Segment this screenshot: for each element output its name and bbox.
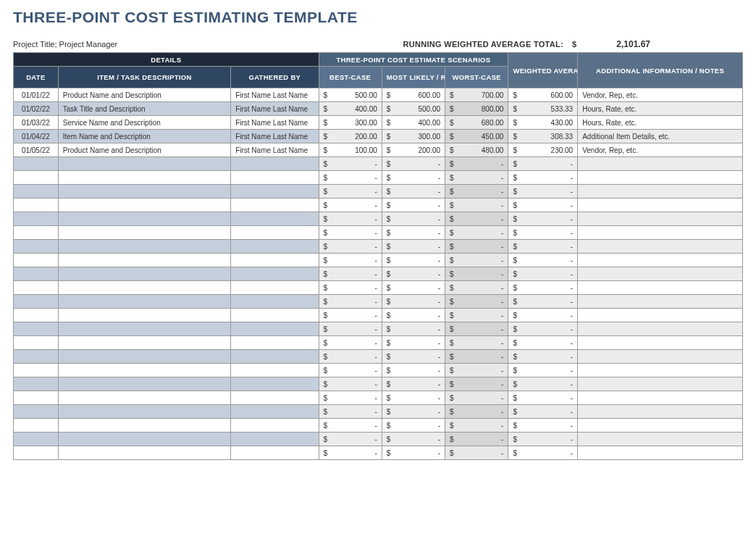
cell-likely[interactable]: 400.00 bbox=[382, 116, 445, 130]
cell-worst[interactable]: - bbox=[445, 419, 508, 433]
cell-notes[interactable] bbox=[578, 212, 743, 226]
cell-item[interactable] bbox=[58, 240, 230, 254]
cell-likely[interactable]: - bbox=[382, 322, 445, 336]
cell-item[interactable] bbox=[58, 419, 230, 433]
cell-gath[interactable] bbox=[231, 212, 319, 226]
cell-likely[interactable]: - bbox=[382, 336, 445, 350]
cell-worst[interactable]: - bbox=[445, 364, 508, 377]
cell-wavg[interactable]: - bbox=[508, 322, 578, 336]
cell-gath[interactable] bbox=[231, 254, 319, 267]
cell-likely[interactable]: - bbox=[382, 267, 445, 281]
cell-notes[interactable] bbox=[578, 377, 743, 391]
cell-gath[interactable] bbox=[231, 336, 319, 350]
cell-wavg[interactable]: - bbox=[508, 391, 578, 405]
cell-best[interactable]: - bbox=[319, 405, 382, 419]
cell-item[interactable] bbox=[58, 309, 230, 322]
cell-worst[interactable]: - bbox=[445, 254, 508, 267]
cell-item[interactable] bbox=[58, 295, 230, 309]
cell-notes[interactable] bbox=[578, 350, 743, 364]
cell-best[interactable]: - bbox=[319, 267, 382, 281]
cell-wavg[interactable]: 430.00 bbox=[508, 116, 578, 130]
cell-item[interactable]: Item Name and Description bbox=[58, 130, 230, 143]
cell-worst[interactable]: 450.00 bbox=[445, 130, 508, 143]
cell-gath[interactable]: First Name Last Name bbox=[231, 88, 319, 102]
cell-likely[interactable]: - bbox=[382, 199, 445, 212]
cell-worst[interactable]: 680.00 bbox=[445, 116, 508, 130]
cell-notes[interactable] bbox=[578, 157, 743, 171]
cell-date[interactable] bbox=[14, 281, 59, 295]
cell-date[interactable] bbox=[14, 199, 59, 212]
cell-date[interactable] bbox=[14, 185, 59, 199]
cell-notes[interactable] bbox=[578, 309, 743, 322]
cell-wavg[interactable]: - bbox=[508, 295, 578, 309]
cell-notes[interactable] bbox=[578, 295, 743, 309]
cell-worst[interactable]: 480.00 bbox=[445, 143, 508, 157]
cell-date[interactable] bbox=[14, 157, 59, 171]
cell-wavg[interactable]: - bbox=[508, 157, 578, 171]
cell-item[interactable] bbox=[58, 267, 230, 281]
cell-gath[interactable] bbox=[231, 377, 319, 391]
cell-best[interactable]: - bbox=[319, 199, 382, 212]
cell-worst[interactable]: - bbox=[445, 185, 508, 199]
cell-best[interactable]: - bbox=[319, 295, 382, 309]
cell-notes[interactable] bbox=[578, 185, 743, 199]
cell-wavg[interactable]: - bbox=[508, 419, 578, 433]
cell-notes[interactable] bbox=[578, 433, 743, 446]
cell-likely[interactable]: - bbox=[382, 433, 445, 446]
cell-date[interactable]: 01/03/22 bbox=[14, 116, 59, 130]
cell-item[interactable] bbox=[58, 364, 230, 377]
cell-notes[interactable] bbox=[578, 226, 743, 240]
cell-gath[interactable] bbox=[231, 295, 319, 309]
cell-worst[interactable]: - bbox=[445, 391, 508, 405]
cell-item[interactable] bbox=[58, 405, 230, 419]
cell-best[interactable]: - bbox=[319, 322, 382, 336]
cell-best[interactable]: - bbox=[319, 433, 382, 446]
cell-notes[interactable] bbox=[578, 171, 743, 185]
cell-date[interactable] bbox=[14, 322, 59, 336]
cell-gath[interactable] bbox=[231, 157, 319, 171]
cell-notes[interactable]: Vendor, Rep, etc. bbox=[578, 143, 743, 157]
cell-gath[interactable] bbox=[231, 240, 319, 254]
cell-notes[interactable] bbox=[578, 254, 743, 267]
cell-notes[interactable] bbox=[578, 336, 743, 350]
cell-item[interactable] bbox=[58, 157, 230, 171]
cell-item[interactable]: Service Name and Description bbox=[58, 116, 230, 130]
cell-item[interactable]: Task Title and Description bbox=[58, 102, 230, 116]
cell-best[interactable]: - bbox=[319, 350, 382, 364]
cell-gath[interactable] bbox=[231, 309, 319, 322]
cell-best[interactable]: - bbox=[319, 212, 382, 226]
cell-item[interactable] bbox=[58, 350, 230, 364]
cell-item[interactable] bbox=[58, 254, 230, 267]
cell-wavg[interactable]: - bbox=[508, 336, 578, 350]
cell-item[interactable]: Product Name and Description bbox=[58, 143, 230, 157]
cell-best[interactable]: 200.00 bbox=[319, 130, 382, 143]
cell-likely[interactable]: - bbox=[382, 240, 445, 254]
cell-wavg[interactable]: 230.00 bbox=[508, 143, 578, 157]
cell-wavg[interactable]: - bbox=[508, 405, 578, 419]
cell-best[interactable]: - bbox=[319, 281, 382, 295]
cell-worst[interactable]: - bbox=[445, 281, 508, 295]
cell-notes[interactable] bbox=[578, 240, 743, 254]
cell-notes[interactable]: Hours, Rate, etc. bbox=[578, 116, 743, 130]
cell-date[interactable] bbox=[14, 405, 59, 419]
cell-gath[interactable] bbox=[231, 419, 319, 433]
cell-notes[interactable] bbox=[578, 281, 743, 295]
cell-date[interactable] bbox=[14, 336, 59, 350]
cell-notes[interactable]: Additional Item Details, etc. bbox=[578, 130, 743, 143]
cell-worst[interactable]: - bbox=[445, 336, 508, 350]
cell-likely[interactable]: - bbox=[382, 212, 445, 226]
cell-worst[interactable]: - bbox=[445, 171, 508, 185]
cell-gath[interactable] bbox=[231, 226, 319, 240]
cell-date[interactable] bbox=[14, 309, 59, 322]
cell-worst[interactable]: - bbox=[445, 199, 508, 212]
cell-date[interactable] bbox=[14, 295, 59, 309]
cell-date[interactable] bbox=[14, 446, 59, 460]
cell-date[interactable] bbox=[14, 212, 59, 226]
cell-wavg[interactable]: - bbox=[508, 364, 578, 377]
cell-date[interactable]: 01/04/22 bbox=[14, 130, 59, 143]
cell-likely[interactable]: - bbox=[382, 157, 445, 171]
cell-best[interactable]: 100.00 bbox=[319, 143, 382, 157]
cell-best[interactable]: - bbox=[319, 377, 382, 391]
cell-best[interactable]: 500.00 bbox=[319, 88, 382, 102]
cell-item[interactable] bbox=[58, 336, 230, 350]
